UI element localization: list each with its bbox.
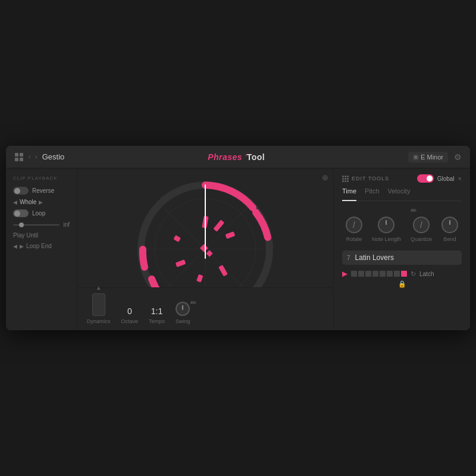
step-6[interactable]: [387, 271, 393, 277]
bend-label: Bend: [443, 236, 456, 242]
phrase-name: Latin Lovers: [355, 253, 457, 262]
edit-tools-label: EDIT TOOLS: [352, 176, 389, 181]
rotate-label: Rotate: [346, 236, 362, 242]
loop-end-row: ◀ ▶ Loop End: [13, 243, 70, 249]
whole-label: Whole: [20, 199, 36, 205]
settings-icon[interactable]: ⚙: [454, 152, 462, 162]
step-7[interactable]: [394, 271, 400, 277]
reverse-label: Reverse: [32, 187, 54, 194]
circle-settings-icon[interactable]: ⊕: [322, 173, 328, 182]
svg-rect-11: [213, 220, 224, 231]
title-bar-left: ‹ › Gestio: [14, 152, 64, 162]
rotate-knob[interactable]: /: [346, 217, 362, 233]
loop-end-label: Loop End: [26, 243, 52, 249]
rotate-group: / Rotate: [346, 217, 362, 242]
step-4[interactable]: [372, 271, 378, 277]
quantize-knob[interactable]: /: [413, 217, 430, 233]
bend-knob[interactable]: [441, 217, 458, 233]
tab-velocity[interactable]: Velocity: [388, 187, 411, 197]
svg-rect-0: [15, 153, 18, 156]
lock-icon[interactable]: 🔒: [342, 280, 462, 288]
circle-area: ⊕: [77, 168, 333, 330]
whole-right-arrow[interactable]: ▶: [39, 199, 43, 205]
title-center: Phrases 'Tool: [64, 152, 408, 162]
svg-rect-1: [20, 153, 23, 156]
swing-knob[interactable]: [176, 302, 190, 316]
playback-row: ▶ ↻ Latch: [342, 270, 462, 278]
whole-left-arrow[interactable]: ◀: [13, 199, 17, 205]
title-bar-right: ▣ E Minor ⚙: [408, 152, 462, 162]
whole-row: ◀ Whole ▶: [13, 199, 70, 205]
svg-rect-12: [225, 231, 235, 239]
loop-icon[interactable]: ↻: [411, 270, 416, 278]
plugin-title: Phrases 'Tool: [208, 152, 265, 162]
left-panel: CLIP PLAYBACK Reverse ◀ Whole ▶ Loop inf: [6, 168, 77, 330]
note-length-label: Note Length: [372, 236, 401, 242]
latch-label: Latch: [419, 271, 434, 277]
dynamics-group: ▲ Dynamics: [87, 284, 111, 324]
loop-toggle[interactable]: [13, 209, 29, 217]
edit-tools-close[interactable]: ×: [458, 175, 462, 182]
tab-time[interactable]: Time: [342, 187, 356, 201]
global-toggle-wrap: Global ×: [417, 174, 462, 183]
play-button[interactable]: ▶: [342, 270, 347, 278]
plugin-name: Gestio: [42, 152, 65, 161]
octave-value: 0: [127, 306, 132, 316]
step-1[interactable]: [351, 271, 357, 277]
phrase-number: 7: [347, 255, 350, 261]
tempo-group: 1:1 Tempo: [149, 306, 165, 324]
note-length-group: Note Length: [372, 217, 401, 242]
tabs-row: Time Pitch Velocity: [342, 187, 462, 201]
note-length-knob[interactable]: [378, 217, 394, 233]
loop-label: Loop: [32, 210, 45, 217]
octave-group: 0 Octave: [121, 306, 139, 324]
quantize-group: 4th / Quantize: [411, 208, 432, 242]
step-indicators: [351, 271, 407, 277]
svg-rect-2: [15, 158, 18, 161]
reverse-row: Reverse: [13, 187, 70, 195]
step-5[interactable]: [380, 271, 386, 277]
quantize-label: Quantize: [411, 236, 432, 242]
step-3[interactable]: [365, 271, 371, 277]
key-value: E Minor: [421, 154, 443, 161]
loop-end-left[interactable]: ◀: [13, 243, 17, 249]
grid-icon[interactable]: [14, 152, 24, 162]
loop-row: Loop: [13, 209, 70, 217]
edit-tools-title: EDIT TOOLS: [342, 176, 389, 182]
key-display[interactable]: ▣ E Minor: [408, 152, 448, 162]
slider-thumb[interactable]: [19, 223, 24, 227]
step-8[interactable]: [401, 271, 407, 277]
dynamics-knob[interactable]: [92, 293, 105, 316]
loop-end-right[interactable]: ▶: [20, 243, 24, 249]
phrase-row[interactable]: 7 Latin Lovers: [342, 250, 462, 265]
global-toggle[interactable]: [417, 174, 434, 183]
play-until-label: Play Until: [13, 232, 70, 239]
bend-group: Bend: [441, 217, 458, 242]
reverse-toggle[interactable]: [13, 187, 29, 195]
nav-forward[interactable]: ›: [35, 154, 37, 160]
step-2[interactable]: [358, 271, 364, 277]
clip-playback-label: CLIP PLAYBACK: [13, 176, 70, 181]
swing-label: Swing: [176, 318, 190, 324]
swing-group: 4th Swing: [176, 302, 190, 324]
swing-superscript: 4th: [190, 300, 196, 305]
slider-value: inf: [63, 221, 70, 228]
svg-rect-3: [20, 158, 23, 161]
title-bar: ‹ › Gestio Phrases 'Tool ▣ E Minor ⚙: [6, 146, 470, 168]
quantize-superscript: 4th: [411, 208, 416, 212]
dynamics-label: Dynamics: [87, 318, 111, 324]
slider-row: inf: [13, 221, 70, 228]
dynamics-chevron[interactable]: ▲: [96, 284, 102, 291]
right-panel: EDIT TOOLS Global × Time Pitch Velocity …: [333, 168, 470, 330]
edit-tools-header: EDIT TOOLS Global ×: [342, 174, 462, 183]
tab-pitch[interactable]: Pitch: [365, 187, 379, 197]
svg-rect-15: [176, 259, 186, 267]
knobs-row: / Rotate Note Length 4th / Quantize Bend: [342, 208, 462, 242]
tempo-label: Tempo: [149, 318, 165, 324]
global-label: Global: [437, 176, 455, 182]
slider-track[interactable]: [13, 224, 60, 226]
plugin-window: ‹ › Gestio Phrases 'Tool ▣ E Minor ⚙ CLI…: [6, 146, 470, 330]
svg-rect-14: [196, 274, 203, 283]
bottom-controls: ▲ Dynamics 0 Octave 1:1 Tempo 4th Swing: [77, 287, 333, 330]
nav-back[interactable]: ‹: [29, 154, 30, 160]
